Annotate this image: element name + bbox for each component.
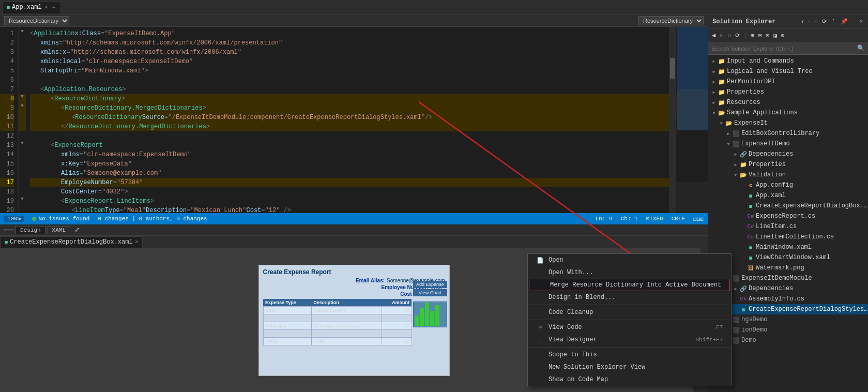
tree-item-module[interactable]: ▼ ⬛ ExpenseItDemoModule	[708, 273, 868, 283]
tree-item-logical-visual[interactable]: ▶ 📁 Logical and Visual Tree	[708, 66, 868, 77]
se-tb-5[interactable]: ⊞	[749, 32, 756, 39]
zoom-level[interactable]: 100%	[4, 216, 24, 222]
ch-indicator: Ch: 1	[621, 216, 638, 222]
folder-icon-res: 📁	[718, 98, 726, 107]
tree-item-create-dialog[interactable]: ◼ CreateExpenseReportDialogBox.xaml	[708, 201, 868, 211]
bar1	[415, 315, 419, 326]
tree-item-deps[interactable]: ▶ 🔗 Dependencies	[708, 149, 868, 159]
xaml-tab[interactable]: XAML	[48, 226, 70, 234]
se-tb-6[interactable]: ⊟	[757, 32, 764, 39]
tree-item-assembly[interactable]: C# AssemblyInfo.cs	[708, 294, 868, 304]
ctx-code-cleanup[interactable]: Code Cleanup	[528, 306, 731, 319]
label-partial-1: ngsDemo	[741, 316, 767, 323]
arrow-create-dialog	[739, 202, 747, 209]
bottom-tab-close[interactable]: ×	[135, 239, 139, 245]
se-nav-back[interactable]: ‹	[800, 18, 804, 26]
tree-item-expenseitdemo[interactable]: ▼ ⬛ ExpenseItDemo	[708, 139, 868, 149]
xaml-icon-chart: ◼	[747, 253, 755, 262]
designer-tab[interactable]	[4, 229, 13, 231]
tree-item-watermark[interactable]: 🖼 Watermark.png	[708, 263, 868, 273]
se-tb-1[interactable]: ◀	[710, 32, 717, 39]
se-sync[interactable]: ⟳	[822, 18, 827, 25]
se-search-icon[interactable]: 🔍	[857, 44, 865, 52]
ln-1: 1	[0, 29, 14, 38]
ctx-view-code[interactable]: ⌨ View Code F7	[528, 321, 731, 334]
tree-item-validation[interactable]: ▼ 📂 Validation	[708, 170, 868, 180]
ln-17: 17	[0, 178, 14, 187]
tree-item-partial-2[interactable]: ▶ ⬛ ionDemo	[708, 325, 868, 335]
arrow-app-xaml	[739, 192, 747, 199]
tab-app-xaml[interactable]: ◼ App.xaml × –	[2, 1, 61, 13]
code-line-10: <ResourceDictionary Source="/ExpenseItDe…	[30, 113, 673, 122]
se-tb-8[interactable]: ◪	[772, 32, 779, 39]
ctx-view-code-icon: ⌨	[536, 324, 544, 331]
tree-item-partial-3[interactable]: ▶ ⬛ Demo	[708, 335, 868, 345]
ln-10: 10	[0, 113, 14, 122]
tree-item-collection-cs[interactable]: C# LineItemCollection.cs	[708, 232, 868, 242]
se-nav-forward[interactable]: ›	[807, 18, 811, 26]
tree-item-app-config[interactable]: ⚙ App.config	[708, 180, 868, 190]
add-expense-btn[interactable]: Add Expense	[413, 281, 447, 288]
se-tb-7[interactable]: ⊡	[765, 32, 771, 39]
issues-text: No issues found	[38, 216, 89, 222]
label-input-commands: Input and Commands	[727, 57, 794, 65]
view-chart-btn[interactable]: View Chart	[413, 289, 447, 296]
eol: CRLF	[672, 216, 685, 222]
arrow-styles-xaml	[732, 306, 739, 313]
ctx-new-se[interactable]: New Solution Explorer View	[528, 361, 731, 373]
se-close-btn[interactable]: ×	[859, 19, 863, 25]
ctx-open[interactable]: 📄 Open	[528, 254, 731, 266]
ln-20: 20	[0, 206, 14, 213]
tree-item-resources[interactable]: ▶ 📁 Resources	[708, 97, 868, 108]
ctx-code-map[interactable]: Show on Code Map	[528, 373, 731, 386]
bar3	[425, 303, 429, 326]
se-more[interactable]: ⋮	[831, 18, 836, 25]
se-pin[interactable]: 📌	[841, 18, 848, 25]
label-partial-3: Demo	[741, 337, 756, 344]
tree-item-mainwindow[interactable]: ◼ MainWindow.xaml	[708, 242, 868, 252]
design-tab[interactable]: Design	[16, 226, 45, 234]
se-toolbar: ◀ ▶ ⌂ ⟳ | ⊞ ⊟ ⊡ ◪ ⊛	[708, 29, 868, 42]
proj-icon-p3: ⬛	[732, 336, 740, 344]
code-content[interactable]: <Application x:Class="ExpenseItDemo.App"…	[26, 27, 677, 213]
tree-item-partial-1[interactable]: ▶ ⬛ ngsDemo	[708, 314, 868, 325]
bottom-tab-create-expense[interactable]: ◼ CreateExpenseReportDialogBox.xaml ×	[0, 236, 143, 248]
ctx-design-blend[interactable]: Design in Blend...	[528, 291, 731, 304]
form-buttons: Add Expense View Chart	[413, 281, 447, 327]
tree-item-sample-apps[interactable]: ▼ 📂 Sample Applications	[708, 108, 868, 118]
tree-item-editbox[interactable]: ▶ ⬛ EditBoxControlLibrary	[708, 128, 868, 139]
tree-item-viewchart[interactable]: ◼ ViewChartWindow.xaml	[708, 252, 868, 263]
scope-dropdown-right[interactable]: ResourceDictionary	[638, 16, 704, 25]
tree-item-styles-xaml[interactable]: ◼ CreateExpenseReportDialogStyles.xaml	[708, 304, 868, 314]
se-home[interactable]: ⌂	[814, 19, 818, 25]
ctx-merge-resource[interactable]: Merge Resource Dictionary Into Active Do…	[529, 279, 730, 291]
scope-dropdown-left[interactable]: ResourceDictionary	[4, 16, 69, 25]
se-tb-4[interactable]: ⟳	[734, 32, 741, 39]
tree-item-module-deps[interactable]: ▶ 🔗 Dependencies	[708, 283, 868, 294]
tree-item-lineitem-cs[interactable]: C# LineItem.cs	[708, 221, 868, 232]
arrow-deps: ▶	[732, 150, 739, 158]
tree-item-properties[interactable]: ▶ 📁 Properties	[708, 87, 868, 97]
se-tb-2[interactable]: ▶	[718, 32, 725, 39]
ctx-open-with[interactable]: Open With...	[528, 266, 731, 279]
col-desc: Description	[311, 299, 382, 307]
se-tb-9[interactable]: ⊛	[780, 32, 786, 39]
tree-item-props2[interactable]: ▶ 📁 Properties	[708, 159, 868, 170]
se-tb-3[interactable]: ⌂	[726, 33, 733, 39]
tab-app-xaml-close[interactable]: ×	[44, 5, 49, 10]
tree-item-expenseit[interactable]: ▼ 📂 ExpenseIt	[708, 118, 868, 128]
tree-item-input-commands[interactable]: ▶ 📁 Input and Commands	[708, 56, 868, 66]
tree-item-permonitor[interactable]: ▶ 📁 PerMonitorDPI	[708, 77, 868, 87]
ctx-scope[interactable]: Scope to This	[528, 349, 731, 361]
expense-table: Expense Type Description Amount MealMexi…	[263, 299, 412, 345]
arrow-lineitem-cs	[739, 223, 747, 230]
vertical-scroll[interactable]	[669, 27, 676, 213]
tree-item-expense-cs[interactable]: C# ExpenseReport.cs	[708, 211, 868, 221]
ctx-view-designer[interactable]: ⬚ View Designer Shift+F7	[528, 334, 731, 346]
tree-item-app-xaml[interactable]: ◼ App.xaml	[708, 190, 868, 201]
se-title: Solution Explorer	[712, 18, 798, 25]
se-search-input[interactable]	[711, 46, 855, 52]
expand-icon[interactable]: ⤢	[74, 226, 80, 234]
se-minimize[interactable]: –	[852, 19, 856, 25]
tab-app-xaml-pin[interactable]: –	[51, 5, 56, 10]
